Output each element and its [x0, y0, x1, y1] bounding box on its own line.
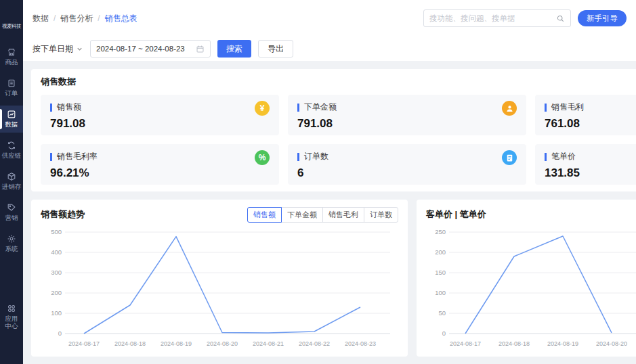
- date-range-input[interactable]: 2024-08-17 ~ 2024-08-23: [90, 40, 211, 58]
- svg-text:150: 150: [435, 269, 446, 276]
- yen-circle-icon: ¥: [255, 101, 270, 116]
- svg-text:2024-08-21: 2024-08-21: [253, 340, 284, 347]
- breadcrumb-item[interactable]: 销售总表: [105, 13, 137, 24]
- user-circle-icon: [502, 101, 517, 116]
- main-column: 数据/销售分析/销售总表 新手引导 按下单日期 2024-08-17 ~: [23, 0, 636, 364]
- order-icon: [7, 78, 16, 88]
- percent-circle-icon: %: [255, 150, 270, 165]
- search-input[interactable]: [429, 14, 556, 22]
- guide-button[interactable]: 新手引导: [578, 10, 627, 26]
- global-search-box[interactable]: [423, 9, 571, 27]
- supply-chain-icon: [7, 141, 16, 150]
- sidebar-bottom: 应用中心: [0, 300, 23, 338]
- breadcrumb-separator: /: [54, 14, 56, 23]
- sidebar-item-label: 进销存: [1, 183, 22, 191]
- chart-tab[interactable]: 下单金额: [281, 207, 323, 223]
- line-chart-svg: 01002003004005002024-08-172024-08-182024…: [41, 224, 396, 351]
- sidebar-item-label: 数据: [1, 121, 22, 129]
- metric-tile: 下单金额791.08: [288, 95, 526, 135]
- sidebar-item-marketing[interactable]: 营销: [0, 199, 23, 226]
- breadcrumb-separator: /: [98, 14, 100, 23]
- sidebar-item-label: 营销: [1, 214, 22, 222]
- sales-card-title: 销售数据: [41, 76, 636, 88]
- page-header: 数据/销售分析/销售总表 新手引导: [23, 0, 636, 37]
- svg-text:2024-08-17: 2024-08-17: [450, 340, 481, 347]
- search-button[interactable]: 搜索: [217, 40, 251, 58]
- metric-value: 131.85: [545, 166, 636, 180]
- metric-tile: 销售毛利率%96.21%: [41, 144, 279, 185]
- metric-value: 96.21%: [50, 166, 270, 180]
- sidebar-item-label: 系统: [1, 246, 22, 253]
- svg-text:500: 500: [51, 228, 62, 235]
- svg-text:100: 100: [435, 289, 446, 296]
- breadcrumb: 数据/销售分析/销售总表: [33, 13, 137, 24]
- sidebar-item-chart[interactable]: 数据: [0, 106, 23, 133]
- svg-text:2024-08-22: 2024-08-22: [299, 340, 330, 347]
- svg-text:2024-08-20: 2024-08-20: [207, 340, 238, 347]
- charts-row: 销售额趋势 销售额下单金额销售毛利订单数 0100200300400500202…: [31, 200, 628, 357]
- sidebar-item-inventory[interactable]: 进销存: [0, 168, 23, 195]
- chart-tab[interactable]: 销售毛利: [322, 207, 364, 223]
- metric-label: 销售毛利: [545, 101, 636, 113]
- sidebar: 视麦科技 商品订单数据供应链进销存营销系统 应用中心: [0, 0, 23, 364]
- svg-text:2024-08-23: 2024-08-23: [345, 340, 376, 347]
- svg-text:2024-08-18: 2024-08-18: [114, 340, 146, 347]
- sales-trend-card: 销售额趋势 销售额下单金额销售毛利订单数 0100200300400500202…: [31, 200, 408, 357]
- svg-text:300: 300: [51, 269, 62, 276]
- line-chart-svg: 0501001502002502024-08-172024-08-182024-…: [426, 224, 636, 351]
- metric-tile: 销售毛利761.08: [535, 95, 636, 135]
- sidebar-item-settings[interactable]: 系统: [0, 230, 23, 257]
- svg-text:2024-08-18: 2024-08-18: [499, 340, 530, 347]
- unit-price-card: 客单价 | 笔单价 0501001502002502024-08-172024-…: [417, 200, 636, 357]
- store-icon: [7, 47, 16, 57]
- sidebar-item-order[interactable]: 订单: [0, 74, 23, 101]
- sidebar-item-label: 商品: [1, 59, 22, 66]
- svg-text:100: 100: [51, 309, 62, 317]
- calendar-icon: [196, 45, 205, 53]
- svg-text:200: 200: [51, 289, 62, 296]
- app-logo: 视麦科技: [2, 23, 21, 30]
- chart-icon: [7, 110, 16, 119]
- chart-tab[interactable]: 销售额: [247, 207, 282, 223]
- chart-tab[interactable]: 订单数: [364, 207, 398, 223]
- breadcrumb-item[interactable]: 销售分析: [60, 13, 93, 24]
- metric-label: 销售额: [50, 101, 270, 113]
- svg-text:2024-08-19: 2024-08-19: [547, 340, 578, 347]
- label-accent-bar: [545, 153, 547, 161]
- settings-icon: [7, 234, 16, 244]
- svg-text:200: 200: [435, 248, 446, 256]
- sales-trend-header: 销售额趋势 销售额下单金额销售毛利订单数: [41, 206, 398, 223]
- metric-value: 791.08: [50, 117, 270, 131]
- unit-price-header: 客单价 | 笔单价: [426, 206, 636, 223]
- metric-tiles: 销售额¥791.08下单金额791.08销售毛利761.08销售毛利率%96.2…: [41, 95, 636, 185]
- svg-text:2024-08-20: 2024-08-20: [596, 340, 627, 347]
- sales-trend-chart: 01002003004005002024-08-172024-08-182024…: [41, 224, 398, 353]
- sidebar-item-supply-chain[interactable]: 供应链: [0, 137, 23, 164]
- date-type-select[interactable]: 按下单日期: [33, 43, 83, 55]
- breadcrumb-item[interactable]: 数据: [33, 13, 49, 24]
- label-accent-bar: [297, 153, 299, 161]
- sales-trend-title: 销售额趋势: [41, 208, 85, 221]
- svg-text:2024-08-17: 2024-08-17: [68, 340, 100, 347]
- svg-text:400: 400: [51, 248, 62, 256]
- metric-value: 791.08: [297, 117, 517, 131]
- metric-tile: 销售额¥791.08: [41, 95, 279, 135]
- metric-label: 下单金额: [297, 101, 517, 113]
- svg-text:0: 0: [442, 329, 446, 337]
- metric-value: 6: [297, 166, 517, 180]
- unit-price-title: 客单价 | 笔单价: [426, 208, 486, 221]
- svg-text:0: 0: [58, 329, 62, 337]
- label-accent-bar: [50, 153, 52, 161]
- search-icon: [556, 14, 565, 23]
- document-circle-icon: [502, 150, 517, 165]
- apps-icon: [7, 304, 16, 313]
- sidebar-item-app-center[interactable]: 应用中心: [0, 300, 23, 334]
- label-accent-bar: [50, 104, 52, 112]
- metric-label: 订单数: [297, 151, 517, 162]
- marketing-icon: [7, 203, 16, 212]
- metric-label: 销售毛利率: [50, 151, 270, 162]
- sidebar-item-store[interactable]: 商品: [0, 43, 23, 70]
- export-button[interactable]: 导出: [258, 40, 293, 58]
- inventory-icon: [7, 172, 16, 181]
- label-accent-bar: [545, 104, 547, 112]
